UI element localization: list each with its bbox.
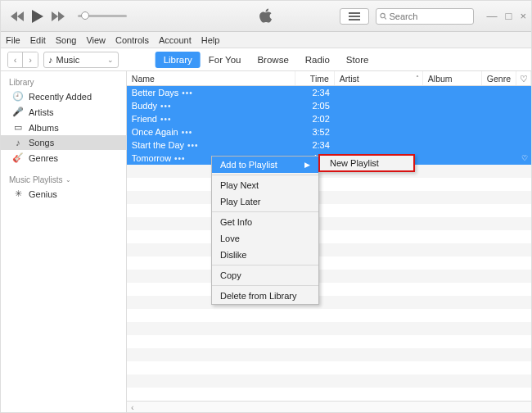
more-icon[interactable]: ••• [182, 128, 193, 137]
col-name[interactable]: Name [127, 71, 295, 85]
clock-icon: 🕘 [12, 91, 24, 102]
prev-button[interactable] [11, 11, 24, 21]
submenu-new-playlist[interactable]: New Playlist [318, 154, 415, 172]
ctx-play-next[interactable]: Play Next [212, 177, 318, 193]
table-row[interactable]: Better Days •••2:34 [127, 86, 531, 99]
search-input[interactable] [376, 8, 474, 25]
tab-browse[interactable]: Browse [249, 52, 296, 68]
track-list: Better Days •••2:34 Buddy •••2:05 Friend… [127, 86, 531, 401]
ctx-delete[interactable]: Delete from Library [212, 288, 318, 304]
menu-file[interactable]: File [6, 35, 20, 45]
svg-point-0 [380, 13, 384, 17]
sidebar-item-albums[interactable]: ▭Albums [1, 120, 126, 135]
view-tabs: Library For You Browse Radio Store [156, 52, 377, 68]
next-button[interactable] [52, 11, 65, 21]
sort-asc-icon: ˄ [416, 75, 419, 82]
ctx-love[interactable]: Love [212, 230, 318, 247]
sidebar-head-playlists[interactable]: Music Playlists ⌄ [1, 172, 126, 186]
more-icon[interactable]: ••• [187, 141, 199, 150]
context-menu: Add to Playlist▶ Play Next Play Later Ge… [211, 156, 319, 305]
toolbar: ‹ › Music ⌄ Library For You Browse Radio… [1, 48, 531, 71]
nav-back-button[interactable]: ‹ [8, 52, 23, 67]
more-icon[interactable]: ••• [160, 115, 172, 124]
table-row[interactable]: Start the Day •••2:34 [127, 138, 531, 152]
content: Name Time Artist˄ Album Genre ♡ Better D… [127, 71, 531, 413]
horizontal-scrollbar[interactable]: ‹ [127, 401, 531, 413]
menu-song[interactable]: Song [56, 35, 77, 45]
list-view-button[interactable] [340, 8, 369, 25]
scroll-left-icon[interactable]: ‹ [127, 402, 138, 412]
tab-store[interactable]: Store [338, 52, 377, 68]
ctx-play-later[interactable]: Play Later [212, 193, 318, 210]
source-label: Music [56, 55, 80, 65]
play-button[interactable] [32, 10, 43, 23]
tab-for-you[interactable]: For You [201, 52, 250, 68]
guitar-icon: 🎸 [12, 152, 24, 163]
col-album[interactable]: Album [423, 71, 482, 85]
sidebar: Library 🕘Recently Added 🎤Artists ▭Albums… [1, 71, 127, 413]
genius-icon: ✳ [12, 188, 24, 199]
ctx-get-info[interactable]: Get Info [212, 214, 318, 230]
album-icon: ▭ [12, 122, 24, 133]
separator [212, 175, 318, 175]
table-row[interactable]: Once Again •••3:52 [127, 125, 531, 138]
music-icon [48, 55, 53, 65]
sidebar-head-library: Library [1, 75, 126, 88]
separator [212, 211, 318, 212]
column-headers: Name Time Artist˄ Album Genre ♡ [127, 71, 531, 86]
more-icon[interactable]: ••• [174, 154, 186, 163]
tab-library[interactable]: Library [156, 52, 201, 68]
svg-line-1 [384, 17, 385, 19]
separator [212, 265, 318, 266]
volume-slider[interactable] [78, 15, 127, 17]
search-icon [380, 12, 387, 20]
table-row[interactable]: Friend •••2:02 [127, 112, 531, 125]
sidebar-item-genius[interactable]: ✳Genius [1, 186, 126, 202]
apple-logo-icon [259, 7, 273, 25]
ctx-copy[interactable]: Copy [212, 267, 318, 284]
chevron-down-icon: ⌄ [65, 176, 71, 184]
col-time[interactable]: Time [295, 71, 335, 85]
chevron-right-icon: ▶ [304, 161, 310, 169]
more-icon[interactable]: ••• [160, 102, 172, 111]
titlebar: — □ × [1, 1, 531, 32]
menu-edit[interactable]: Edit [30, 35, 46, 45]
sidebar-item-genres[interactable]: 🎸Genres [1, 150, 126, 166]
mic-icon: 🎤 [12, 107, 24, 117]
col-genre[interactable]: Genre [482, 71, 516, 85]
menu-controls[interactable]: Controls [115, 35, 149, 45]
col-artist[interactable]: Artist˄ [335, 71, 423, 85]
maximize-button[interactable]: □ [506, 10, 512, 22]
more-icon[interactable]: ••• [182, 88, 193, 98]
empty-rows [127, 165, 531, 401]
chevron-updown-icon: ⌄ [107, 56, 114, 64]
menubar: File Edit Song View Controls Account Hel… [1, 32, 531, 48]
note-icon [12, 138, 24, 148]
sidebar-item-songs[interactable]: Songs [1, 135, 126, 150]
col-love[interactable]: ♡ [516, 71, 531, 85]
table-row[interactable]: Buddy •••2:05 [127, 99, 531, 112]
separator [212, 285, 318, 286]
ctx-dislike[interactable]: Dislike [212, 247, 318, 263]
nav-forward-button[interactable]: › [23, 52, 38, 67]
close-button[interactable]: × [520, 10, 526, 22]
source-selector[interactable]: Music ⌄ [43, 52, 119, 68]
ctx-add-to-playlist[interactable]: Add to Playlist▶ [212, 157, 318, 173]
heart-icon[interactable]: ♡ [521, 154, 528, 162]
menu-view[interactable]: View [86, 35, 106, 45]
menu-help[interactable]: Help [201, 35, 220, 45]
tab-radio[interactable]: Radio [297, 52, 338, 68]
menu-account[interactable]: Account [159, 35, 192, 45]
sidebar-item-artists[interactable]: 🎤Artists [1, 104, 126, 120]
sidebar-item-recently-added[interactable]: 🕘Recently Added [1, 88, 126, 104]
minimize-button[interactable]: — [487, 10, 498, 22]
